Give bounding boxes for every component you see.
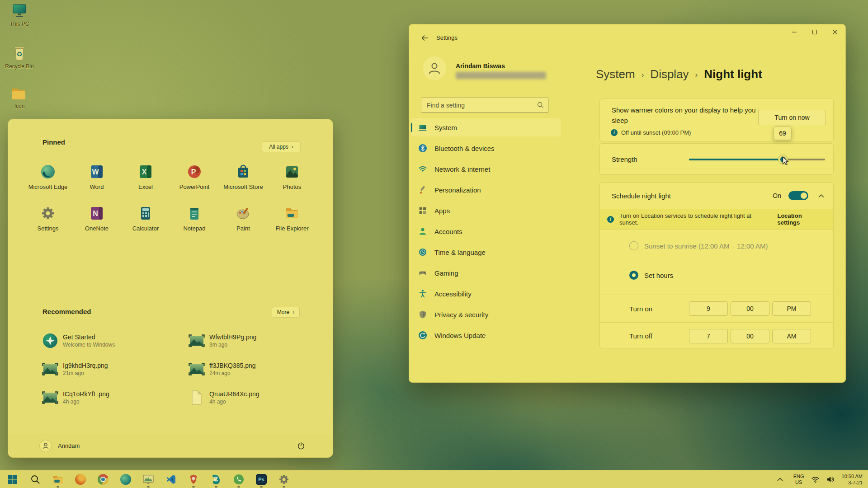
- radio-sunset-to-sunrise[interactable]: Sunset to sunrise (12:00 AM – 12:00 AM): [629, 241, 768, 250]
- strength-slider[interactable]: [689, 159, 825, 160]
- pinned-app-paint[interactable]: Paint: [222, 203, 265, 245]
- taskbar-whatsapp[interactable]: [230, 470, 248, 488]
- nav-item-accounts[interactable]: Accounts: [411, 222, 561, 240]
- more-button[interactable]: More ›: [272, 307, 300, 318]
- this-pc-icon: [11, 4, 28, 19]
- breadcrumb-display[interactable]: Display: [650, 67, 689, 81]
- turn-off-minute[interactable]: 00: [731, 329, 769, 343]
- schedule-header-row[interactable]: Schedule night light On: [600, 183, 833, 209]
- info-icon: i: [611, 129, 618, 136]
- search-input[interactable]: [421, 98, 548, 113]
- nav-item-gaming[interactable]: Gaming: [411, 264, 561, 282]
- brush-icon: [418, 185, 427, 194]
- schedule-card: Schedule night light On i Turn on Locati…: [599, 182, 834, 348]
- power-button[interactable]: [293, 438, 309, 454]
- recommended-item-file[interactable]: Ig9khdH3rq.png 21m ago: [42, 355, 189, 383]
- taskbar-search-button[interactable]: [26, 470, 44, 488]
- image-thumbnail-icon: [189, 334, 205, 347]
- location-settings-link[interactable]: Location settings: [777, 212, 826, 226]
- pinned-app-microsoft-edge[interactable]: Microsoft Edge: [26, 162, 70, 203]
- back-button[interactable]: [417, 31, 432, 45]
- taskbar-image-viewer[interactable]: [139, 470, 157, 488]
- back-arrow-icon: [421, 34, 429, 42]
- taskbar-settings[interactable]: [275, 470, 293, 488]
- pinned-app-excel[interactable]: X Excel: [124, 162, 167, 203]
- volume-icon[interactable]: [826, 476, 835, 483]
- turn-on-hour[interactable]: 9: [689, 301, 728, 316]
- turn-off-ampm[interactable]: AM: [772, 329, 811, 343]
- pinned-app-notepad[interactable]: Notepad: [173, 203, 216, 245]
- start-button[interactable]: [4, 470, 22, 488]
- location-notice-banner: i Turn on Location services to schedule …: [600, 209, 833, 230]
- accessibility-person-icon: [418, 289, 427, 298]
- taskbar-brave[interactable]: [184, 470, 203, 488]
- pinned-app-calculator[interactable]: Calculator: [124, 203, 167, 245]
- mouse-cursor: [781, 156, 791, 166]
- gear-icon: [40, 206, 56, 221]
- recommended-item-file[interactable]: WfwIblH9Pg.png 3m ago: [189, 326, 322, 355]
- gamepad-icon: [418, 268, 427, 277]
- maximize-button[interactable]: [804, 24, 825, 40]
- nav-item-network-internet[interactable]: Network & internet: [411, 160, 561, 178]
- nav-item-bluetooth-devices[interactable]: Bluetooth & devices: [411, 139, 561, 157]
- taskbar-edge[interactable]: [117, 470, 135, 488]
- radio-set-hours[interactable]: Set hours: [629, 271, 673, 280]
- breadcrumb-separator: ›: [695, 69, 698, 80]
- pinned-apps-grid: Microsoft Edge W Word X Excel: [26, 162, 319, 245]
- desktop-screen: This PC ♻ Recycle Bin Icon Pinned All ap…: [0, 0, 868, 488]
- settings-window: Settings Arindam Biswas System ›: [409, 24, 846, 383]
- language-indicator[interactable]: ENG US: [793, 474, 804, 485]
- desktop-icon-folder[interactable]: Icon: [2, 87, 37, 109]
- pinned-app-powerpoint[interactable]: P PowerPoint: [173, 162, 216, 203]
- nav-item-accessibility[interactable]: Accessibility: [411, 285, 561, 303]
- nav-item-privacy-security[interactable]: Privacy & security: [411, 305, 561, 324]
- recommended-item-file[interactable]: ff3JBKQ385.png 24m ago: [189, 355, 322, 383]
- nav-item-personalization[interactable]: Personalization: [411, 181, 561, 199]
- taskbar-chrome[interactable]: [94, 470, 112, 488]
- wifi-icon[interactable]: [811, 476, 820, 483]
- tray-show-hidden-icons[interactable]: [774, 470, 787, 488]
- pinned-app-word[interactable]: W Word: [75, 162, 118, 203]
- pinned-app-photos[interactable]: Photos: [270, 162, 314, 203]
- taskbar-apps: Ps: [0, 470, 293, 488]
- nav-item-time-language[interactable]: Time & language: [411, 243, 561, 261]
- turn-off-hour[interactable]: 7: [689, 329, 728, 343]
- chevron-up-icon[interactable]: [818, 194, 824, 198]
- all-apps-button[interactable]: All apps ›: [262, 141, 301, 152]
- recommended-item-file[interactable]: QruaUR64Xc.png 4h ago: [189, 383, 322, 412]
- nav-item-apps[interactable]: Apps: [411, 202, 561, 220]
- taskbar-photoshop[interactable]: Ps: [252, 470, 270, 488]
- update-icon: [418, 331, 427, 340]
- breadcrumb-system[interactable]: System: [596, 67, 635, 81]
- turn-on-minute[interactable]: 00: [731, 301, 769, 316]
- pinned-app-microsoft-store[interactable]: Microsoft Store: [222, 162, 265, 203]
- taskbar-vscode[interactable]: [162, 470, 180, 488]
- minimize-button[interactable]: [784, 24, 804, 40]
- window-title: Settings: [436, 34, 458, 41]
- taskbar-firefox[interactable]: [71, 470, 90, 488]
- desktop-icon-recycle-bin[interactable]: ♻ Recycle Bin: [2, 45, 37, 70]
- footer-user-button[interactable]: Arindam: [39, 440, 80, 452]
- pinned-app-file-explorer[interactable]: File Explorer: [270, 203, 314, 245]
- image-thumbnail-icon: [42, 363, 58, 375]
- turn-on-now-button[interactable]: Turn on now: [758, 110, 826, 125]
- close-button[interactable]: [825, 24, 845, 40]
- clock-time: 10:50 AM: [842, 473, 863, 479]
- system-icon: [418, 123, 427, 132]
- taskbar-file-explorer[interactable]: [49, 470, 67, 488]
- recommended-item-get-started[interactable]: Get Started Welcome to Windows: [42, 326, 189, 355]
- pinned-app-onenote[interactable]: N OneNote: [75, 203, 118, 245]
- nav-item-system[interactable]: System: [411, 118, 561, 136]
- turn-off-time: 7 00 AM: [689, 329, 811, 343]
- taskbar-clock[interactable]: 10:50 AM 3-7-21: [842, 473, 863, 486]
- turn-on-ampm[interactable]: PM: [772, 301, 811, 316]
- taskbar-surfshark[interactable]: [207, 470, 225, 488]
- nav-item-windows-update[interactable]: Windows Update: [411, 326, 561, 344]
- toggle-knob: [801, 192, 807, 199]
- schedule-toggle[interactable]: [788, 191, 808, 200]
- recommended-item-file[interactable]: ICq1oRkYfL.png 4h ago: [42, 383, 189, 412]
- strength-label: Strength: [612, 155, 637, 163]
- pinned-app-settings[interactable]: Settings: [26, 203, 70, 245]
- desktop-icon-this-pc[interactable]: This PC: [2, 4, 37, 27]
- windows-logo-icon: [7, 474, 18, 485]
